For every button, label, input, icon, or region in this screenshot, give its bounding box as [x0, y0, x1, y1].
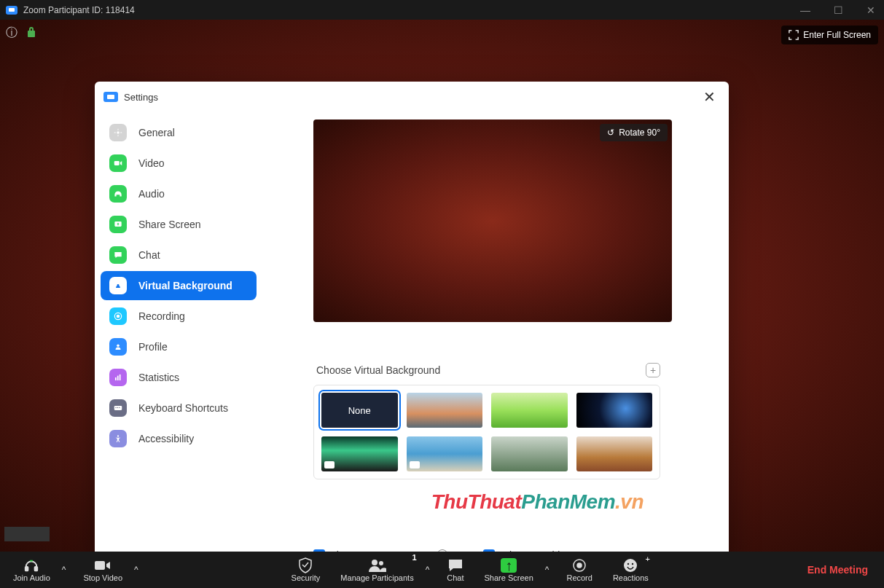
reactions-icon — [623, 557, 638, 573]
encryption-lock-icon[interactable] — [26, 26, 36, 41]
plus-badge: + — [645, 554, 649, 563]
statistics-icon — [109, 369, 127, 386]
maximize-button[interactable]: ☐ — [831, 4, 846, 16]
tool-label: Manage Participants — [340, 573, 413, 582]
svg-point-20 — [379, 561, 383, 565]
end-meeting-button[interactable]: End Meeting — [797, 564, 878, 576]
info-icon[interactable]: ⓘ — [6, 26, 17, 41]
nav-profile[interactable]: Profile — [101, 332, 257, 361]
tool-label: Security — [292, 573, 321, 582]
nav-label: Recording — [138, 310, 185, 322]
add-background-button[interactable]: + — [646, 363, 660, 377]
minimize-button[interactable]: — — [797, 4, 813, 16]
share-screen-icon: ↑ — [501, 557, 517, 573]
svg-point-23 — [624, 559, 637, 572]
video-icon — [109, 154, 127, 172]
watermark: ThuThuatPhanMem.vn — [431, 490, 644, 514]
thumb-none-label: None — [348, 405, 371, 416]
thumb-aurora[interactable] — [321, 436, 398, 471]
meeting-toolbar: Join Audio ^ Stop Video ^ Security 1 Man… — [0, 552, 884, 588]
video-caret[interactable]: ^ — [130, 565, 143, 575]
virtual-bg-icon — [109, 277, 127, 294]
zoom-icon — [103, 92, 118, 102]
tool-label: Stop Video — [83, 573, 122, 582]
nav-statistics[interactable]: Statistics — [101, 363, 257, 392]
general-icon — [109, 124, 127, 141]
rotate-icon: ↺ — [607, 128, 614, 138]
settings-close-button[interactable]: ✕ — [699, 88, 720, 106]
tool-label: Record — [566, 573, 592, 582]
svg-rect-1 — [114, 161, 120, 165]
participants-caret[interactable]: ^ — [421, 565, 434, 575]
nav-chat[interactable]: Chat — [101, 240, 257, 270]
thumb-grass[interactable] — [491, 393, 568, 428]
chat-icon — [109, 246, 127, 264]
svg-point-24 — [627, 563, 629, 565]
share-caret[interactable]: ^ — [541, 565, 554, 575]
nav-label: Profile — [138, 341, 168, 353]
video-preview: ↺ Rotate 90° — [313, 119, 672, 322]
fullscreen-label: Enter Full Screen — [803, 30, 871, 40]
svg-rect-10 — [120, 375, 121, 380]
nav-general[interactable]: General — [101, 118, 257, 147]
thumb-forest[interactable] — [491, 436, 568, 471]
thumb-earth[interactable] — [576, 393, 653, 428]
audio-icon — [109, 185, 127, 203]
thumb-conference-room[interactable] — [576, 436, 653, 471]
thumb-none[interactable]: None — [321, 393, 398, 428]
participants-count: 1 — [412, 553, 417, 562]
nav-share-screen[interactable]: Share Screen — [101, 210, 257, 239]
participants-button[interactable]: 1 Manage Participants — [333, 554, 421, 585]
nav-label: Audio — [138, 188, 165, 200]
join-audio-button[interactable]: Join Audio — [6, 554, 58, 585]
svg-rect-16 — [26, 567, 28, 571]
background-thumbnails: None — [313, 385, 660, 479]
thumb-golden-gate[interactable] — [407, 393, 483, 428]
nav-keyboard-shortcuts[interactable]: Keyboard Shortcuts — [101, 393, 257, 423]
video-badge-icon — [324, 461, 335, 469]
record-button[interactable]: Record — [559, 554, 599, 585]
reactions-button[interactable]: + Reactions — [606, 554, 656, 585]
zoom-app-icon — [6, 6, 17, 15]
svg-rect-12 — [116, 407, 117, 408]
nav-accessibility[interactable]: Accessibility — [101, 424, 257, 453]
svg-point-6 — [117, 315, 120, 318]
settings-title: Settings — [124, 92, 158, 103]
nav-video[interactable]: Video — [101, 149, 257, 178]
fullscreen-icon — [789, 30, 799, 40]
tool-label: Share Screen — [485, 573, 533, 582]
keyboard-icon — [109, 399, 127, 417]
participants-icon — [368, 557, 387, 573]
nav-virtual-background[interactable]: Virtual Background — [101, 271, 257, 300]
svg-rect-14 — [119, 407, 120, 408]
audio-caret[interactable]: ^ — [58, 565, 71, 575]
nav-recording[interactable]: Recording — [101, 302, 257, 331]
rotate-button[interactable]: ↺ Rotate 90° — [600, 124, 668, 141]
svg-point-19 — [372, 560, 378, 565]
accessibility-icon — [109, 430, 127, 447]
nav-label: Accessibility — [138, 433, 194, 444]
share-icon — [109, 216, 127, 233]
video-camera-icon — [94, 557, 112, 573]
svg-point-25 — [632, 563, 633, 565]
share-screen-button[interactable]: ↑ Share Screen — [477, 554, 541, 585]
nav-label: Share Screen — [138, 219, 201, 230]
svg-point-0 — [117, 131, 120, 134]
video-badge-icon — [410, 461, 420, 469]
security-button[interactable]: Security — [284, 554, 328, 585]
nav-label: Chat — [138, 249, 160, 261]
nav-label: Video — [138, 157, 165, 169]
fullscreen-button[interactable]: Enter Full Screen — [781, 26, 878, 44]
svg-point-15 — [117, 435, 119, 436]
svg-rect-9 — [117, 376, 119, 380]
svg-rect-8 — [115, 377, 117, 380]
thumb-beach[interactable] — [407, 436, 483, 471]
tool-label: Reactions — [613, 573, 649, 582]
stop-video-button[interactable]: Stop Video — [76, 554, 130, 585]
chat-button[interactable]: Chat — [439, 554, 471, 585]
rotate-label: Rotate 90° — [619, 128, 660, 138]
meeting-area: ⓘ Enter Full Screen Settings ✕ General V… — [0, 20, 884, 552]
nav-audio[interactable]: Audio — [101, 179, 257, 208]
settings-dialog: Settings ✕ General Video Audio Share Scr… — [95, 82, 729, 561]
close-window-button[interactable]: ✕ — [864, 4, 878, 16]
